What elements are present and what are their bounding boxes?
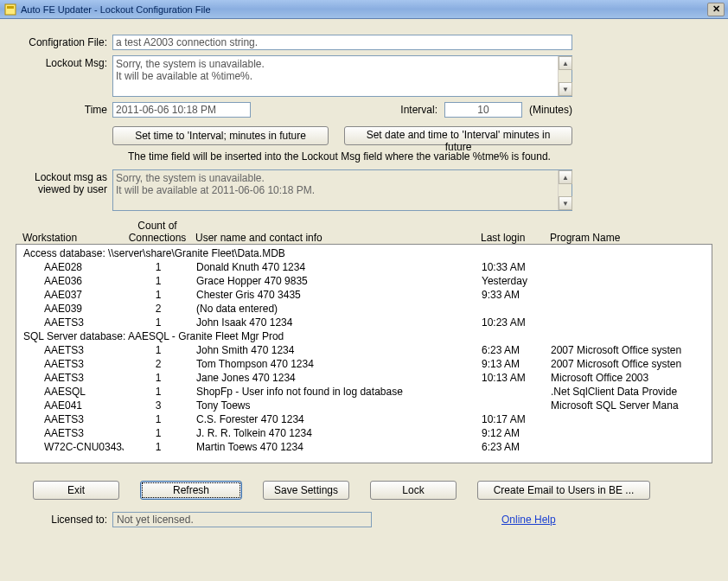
cell-program <box>547 440 708 454</box>
cell-workstation: AAETS3 <box>20 412 124 426</box>
cell-workstation: AAE028 <box>20 260 124 274</box>
cell-count: 2 <box>124 302 193 316</box>
cell-user: John Smith 470 1234 <box>193 343 478 357</box>
cell-last-login: 6:23 AM <box>478 343 547 357</box>
cell-count: 1 <box>124 316 193 329</box>
cell-workstation: AAETS3 <box>20 426 124 440</box>
table-row[interactable]: AAETS31John Smith 470 12346:23 AM2007 Mi… <box>20 343 708 357</box>
cell-program: Microsoft SQL Server Mana <box>547 399 708 412</box>
scroll-down-icon[interactable]: ▼ <box>559 82 572 96</box>
cell-count: 1 <box>124 260 193 274</box>
svg-rect-0 <box>5 4 16 15</box>
cell-workstation: AAE036 <box>20 274 124 288</box>
time-label: Time <box>16 102 112 116</box>
cell-program <box>547 288 708 302</box>
cell-last-login <box>478 399 547 412</box>
set-datetime-future-button[interactable]: Set date and time to 'Interval' minutes … <box>344 126 572 145</box>
exit-button[interactable]: Exit <box>33 481 119 500</box>
cell-last-login: Yesterday <box>478 274 547 288</box>
table-row[interactable]: AAETS31C.S. Forester 470 123410:17 AM <box>20 412 708 426</box>
lockout-msg-label: Lockout Msg: <box>16 55 112 69</box>
close-button[interactable]: ✕ <box>707 3 725 16</box>
cell-workstation: AAETS3 <box>20 371 124 385</box>
table-row[interactable]: AAE0371Chester Gris 470 34359:33 AM <box>20 288 708 302</box>
scrollbar: ▲ ▼ <box>558 56 572 96</box>
cell-workstation: AAE037 <box>20 288 124 302</box>
cell-program <box>547 260 708 274</box>
col-user: User name and contact info <box>192 220 477 244</box>
cell-user: Donald Knuth 470 1234 <box>193 260 478 274</box>
group-header: Access database: \\server\share\Granite … <box>20 246 708 260</box>
title-bar: Auto FE Updater - Lockout Configuration … <box>0 0 728 19</box>
cell-count: 1 <box>124 274 193 288</box>
cell-program: .Net SqlClient Data Provide <box>547 385 708 399</box>
cell-last-login <box>478 385 547 399</box>
cell-count: 1 <box>124 343 193 357</box>
time-input[interactable] <box>112 102 251 118</box>
table-row[interactable]: AAE0413Tony ToewsMicrosoft SQL Server Ma… <box>20 399 708 412</box>
cell-user: Tony Toews <box>193 399 478 412</box>
cell-user: Grace Hopper 470 9835 <box>193 274 478 288</box>
config-file-input[interactable] <box>112 35 572 50</box>
interval-label: Interval: <box>400 104 437 116</box>
table-row[interactable]: AAETS32Tom Thompson 470 12349:13 AM2007 … <box>20 357 708 371</box>
interval-unit-label: (Minutes) <box>529 104 572 116</box>
scroll-up-icon[interactable]: ▲ <box>559 170 572 184</box>
cell-workstation: AAETS3 <box>20 316 124 329</box>
interval-input[interactable] <box>444 102 522 118</box>
cell-workstation: AAESQL <box>20 385 124 399</box>
licensed-to-label: Licensed to: <box>42 514 112 526</box>
cell-program: 2007 Microsoft Office systen <box>547 357 708 371</box>
scroll-up-icon[interactable]: ▲ <box>559 56 572 70</box>
table-row[interactable]: AAE0361Grace Hopper 470 9835Yesterday <box>20 274 708 288</box>
app-icon <box>3 3 17 16</box>
table-row[interactable]: AAE0392 (No data entered) <box>20 302 708 316</box>
grid-header-row: Workstation Count of Connections User na… <box>16 220 712 244</box>
lockout-preview-text: Sorry, the system is unavailable. It wil… <box>113 170 558 210</box>
cell-last-login: 10:13 AM <box>478 371 547 385</box>
table-row[interactable]: AAETS31Jane Jones 470 123410:13 AMMicros… <box>20 371 708 385</box>
cell-workstation: W72C-CNU0343JN3W <box>20 440 124 454</box>
cell-workstation: AAE039 <box>20 302 124 316</box>
cell-user: Jane Jones 470 1234 <box>193 371 478 385</box>
col-last-login: Last login <box>477 220 546 244</box>
lockout-msg-wrap: Sorry, the system is unavailable. It wil… <box>112 55 572 97</box>
cell-count: 3 <box>124 399 193 412</box>
info-line: The time field will be inserted into the… <box>128 150 712 163</box>
cell-count: 1 <box>124 371 193 385</box>
table-row[interactable]: W72C-CNU0343JN3W1Martin Toews 470 12346:… <box>20 440 708 454</box>
save-settings-button[interactable]: Save Settings <box>263 481 349 500</box>
cell-program <box>547 274 708 288</box>
cell-program: 2007 Microsoft Office systen <box>547 343 708 357</box>
lockout-msg-input[interactable]: Sorry, the system is unavailable. It wil… <box>113 56 558 96</box>
create-email-button[interactable]: Create Email to Users in BE ... <box>477 481 650 500</box>
connections-grid[interactable]: Access database: \\server\share\Granite … <box>16 244 712 463</box>
cell-workstation: AAETS3 <box>20 357 124 371</box>
scroll-down-icon[interactable]: ▼ <box>559 196 572 210</box>
refresh-button[interactable]: Refresh <box>140 481 242 500</box>
table-row[interactable]: AAETS31J. R. R. Tolkein 470 12349:12 AM <box>20 426 708 440</box>
cell-user: Martin Toews 470 1234 <box>193 440 478 454</box>
table-row[interactable]: AAE0281Donald Knuth 470 123410:33 AM <box>20 260 708 274</box>
cell-program <box>547 412 708 426</box>
table-row[interactable]: AAESQL1ShopFp - User info not found in l… <box>20 385 708 399</box>
cell-user: John Isaak 470 1234 <box>193 316 478 329</box>
cell-user: ShopFp - User info not found in log data… <box>193 385 478 399</box>
set-time-future-button[interactable]: Set time to 'Interval; minutes in future <box>112 126 329 145</box>
cell-count: 1 <box>124 426 193 440</box>
cell-last-login: 9:12 AM <box>478 426 547 440</box>
cell-last-login: 6:23 AM <box>478 440 547 454</box>
lock-button[interactable]: Lock <box>370 481 457 500</box>
cell-workstation: AAETS3 <box>20 343 124 357</box>
table-row[interactable]: AAETS31John Isaak 470 123410:23 AM <box>20 316 708 329</box>
cell-program <box>547 426 708 440</box>
cell-program <box>547 302 708 316</box>
cell-user: (No data entered) <box>193 302 478 316</box>
cell-last-login: 10:17 AM <box>478 412 547 426</box>
col-count: Count of Connections <box>123 220 192 244</box>
cell-program: Microsoft Office 2003 <box>547 371 708 385</box>
online-help-link[interactable]: Online Help <box>501 514 556 526</box>
col-program: Program Name <box>546 220 709 244</box>
col-workstation: Workstation <box>19 220 123 244</box>
licensed-to-field <box>112 512 372 527</box>
